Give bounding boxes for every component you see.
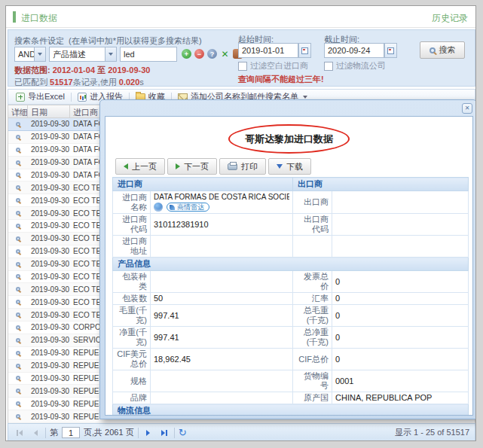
field-label: 总净重(千克) bbox=[293, 327, 332, 349]
magnifier-icon[interactable] bbox=[16, 338, 20, 343]
matched-time: 0.020 bbox=[119, 78, 140, 87]
magnifier-icon[interactable] bbox=[16, 389, 20, 393]
last-page-button[interactable] bbox=[158, 427, 170, 439]
globe-icon[interactable] bbox=[154, 203, 163, 212]
row-date: 2019-09-30 bbox=[28, 400, 70, 408]
field-value bbox=[332, 236, 469, 258]
next-page-button[interactable] bbox=[142, 427, 154, 439]
filter-logistics-option[interactable]: 过滤物流公司 bbox=[324, 60, 386, 72]
chevron-down-icon[interactable] bbox=[105, 47, 116, 61]
magnifier-icon[interactable] bbox=[16, 401, 20, 406]
magnifier-icon[interactable] bbox=[16, 274, 20, 279]
export-excel-button[interactable]: 导出Excel bbox=[11, 91, 69, 102]
magnifier-icon[interactable] bbox=[16, 249, 20, 254]
detail-row: 规格货物编号0001 bbox=[113, 370, 469, 392]
field-label: 进口商代码 bbox=[113, 214, 151, 236]
magnifier-icon[interactable] bbox=[16, 148, 20, 152]
magnifier-icon[interactable] bbox=[16, 376, 20, 380]
row-date: 2019-09-30 bbox=[28, 209, 70, 218]
prev-page-button[interactable] bbox=[29, 427, 41, 439]
pagination-separator bbox=[174, 428, 175, 438]
field-value bbox=[151, 392, 293, 404]
section-header: 进口商 bbox=[113, 178, 293, 191]
row-date: 2019-09-30 bbox=[28, 171, 70, 179]
field-select[interactable]: 产品描述 bbox=[49, 47, 117, 62]
row-date: 2019-09-30 bbox=[28, 158, 70, 166]
pagination-separator bbox=[138, 428, 139, 438]
add-condition-icon[interactable] bbox=[182, 49, 191, 59]
modal-title: 哥斯达黎加进口数据 bbox=[245, 133, 333, 145]
field-label: 毛重(千克) bbox=[113, 305, 151, 327]
close-icon[interactable] bbox=[462, 103, 472, 114]
field-value: CHINA, REPUBLICA POP bbox=[332, 392, 469, 404]
magnifier-icon[interactable] bbox=[16, 262, 20, 267]
download-button[interactable]: 下载 bbox=[268, 158, 311, 175]
refresh-icon[interactable] bbox=[179, 428, 187, 437]
magnifier-icon[interactable] bbox=[16, 135, 20, 139]
detail-row: 进口商名称DATA FORMAS DE COSTA RICA SOCIEDAD … bbox=[113, 191, 469, 214]
row-date: 2019-09-30 bbox=[28, 387, 70, 395]
calendar-icon[interactable] bbox=[384, 43, 397, 58]
magnifier-icon[interactable] bbox=[16, 287, 20, 291]
filter-logistics-label: 过滤物流公司 bbox=[336, 60, 386, 72]
field-label: 净重(千克) bbox=[113, 327, 151, 349]
app-window: 进口数据 历史记录 搜索条件设定(在单词中加*用以获得更多搜索结果) AND 产… bbox=[5, 5, 476, 441]
prev-record-button[interactable]: 上一页 bbox=[115, 158, 165, 175]
magnifier-icon[interactable] bbox=[16, 351, 20, 355]
search-button[interactable]: 搜索 bbox=[420, 41, 465, 59]
calendar-icon[interactable] bbox=[298, 43, 311, 58]
magnifier-icon[interactable] bbox=[16, 185, 20, 190]
keyword-input[interactable] bbox=[120, 47, 177, 62]
magnifier-icon[interactable] bbox=[16, 122, 20, 126]
filter-blank-importer-option[interactable]: 过滤空白进口商 bbox=[238, 60, 308, 72]
export-excel-label: 导出Excel bbox=[28, 91, 65, 102]
detail-row: 进口商代码310112381910出口商代码 bbox=[113, 214, 469, 236]
row-date: 2019-09-30 bbox=[28, 349, 70, 357]
bool-operator-value: AND bbox=[15, 50, 34, 59]
next-record-button[interactable]: 下一页 bbox=[167, 158, 217, 175]
field-label: 汇率 bbox=[293, 293, 332, 305]
history-link[interactable]: 历史记录 bbox=[432, 12, 468, 25]
first-page-button[interactable] bbox=[14, 427, 26, 439]
radar-icon bbox=[170, 205, 175, 210]
clear-icon[interactable] bbox=[220, 49, 230, 59]
bool-operator-select[interactable]: AND bbox=[14, 47, 46, 62]
matched-prefix: 已匹配到 bbox=[14, 78, 47, 87]
field-label: CIF美元总价 bbox=[113, 349, 151, 370]
start-date-input[interactable] bbox=[238, 43, 298, 58]
magnifier-icon[interactable] bbox=[16, 300, 20, 304]
help-icon[interactable] bbox=[207, 49, 217, 59]
checkbox[interactable] bbox=[324, 62, 333, 71]
field-value: 997.41 bbox=[151, 327, 293, 349]
magnifier-icon[interactable] bbox=[16, 160, 20, 165]
page-header: 进口数据 历史记录 bbox=[6, 6, 475, 28]
field-value: DATA FORMAS DE COSTA RICA SOCIEDAD ANONI… bbox=[151, 191, 293, 214]
end-date-input[interactable] bbox=[324, 43, 384, 58]
remove-condition-icon[interactable] bbox=[194, 49, 204, 59]
detail-row: 包装种类发票总价0 bbox=[113, 271, 469, 293]
field-label: 规格 bbox=[113, 370, 151, 392]
magnifier-icon[interactable] bbox=[16, 325, 20, 330]
row-date: 2019-09-30 bbox=[28, 285, 70, 294]
printer-icon bbox=[228, 163, 237, 170]
print-button[interactable]: 打印 bbox=[219, 158, 266, 175]
row-date: 2019-09-30 bbox=[28, 298, 70, 306]
page-number-input[interactable] bbox=[62, 427, 80, 438]
magnifier-icon[interactable] bbox=[16, 172, 20, 177]
radar-badge[interactable]: 商情雷达 bbox=[167, 203, 209, 212]
magnifier-icon[interactable] bbox=[16, 414, 20, 419]
checkbox[interactable] bbox=[238, 62, 247, 71]
column-header-detail[interactable]: 详细 bbox=[8, 105, 28, 117]
column-header-date[interactable]: 日期 bbox=[28, 105, 70, 117]
search-panel: 搜索条件设定(在单词中加*用以获得更多搜索结果) AND 产品描述 数据范围: … bbox=[8, 29, 475, 87]
magnifier-icon[interactable] bbox=[16, 312, 20, 317]
chevron-down-icon[interactable] bbox=[34, 47, 45, 61]
magnifier-icon[interactable] bbox=[16, 198, 20, 203]
print-label: 打印 bbox=[241, 161, 258, 172]
magnifier-icon[interactable] bbox=[16, 364, 20, 368]
magnifier-icon[interactable] bbox=[16, 211, 20, 215]
magnifier-icon[interactable] bbox=[16, 224, 20, 228]
field-value bbox=[332, 214, 469, 236]
condition-label: 搜索条件设定(在单词中加*用以获得更多搜索结果) bbox=[14, 35, 202, 47]
magnifier-icon[interactable] bbox=[16, 236, 20, 241]
